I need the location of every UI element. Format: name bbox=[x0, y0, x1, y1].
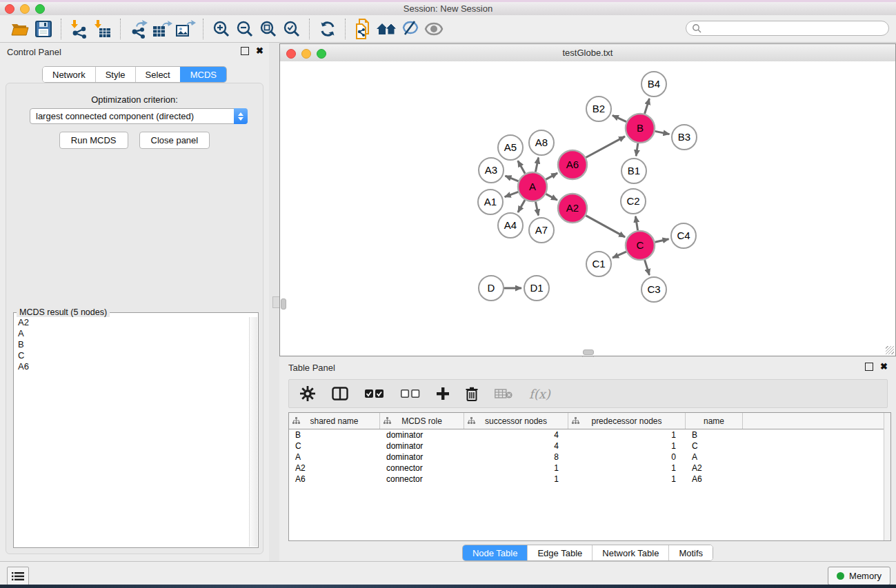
hide-labels-icon[interactable] bbox=[399, 18, 422, 40]
table-cell[interactable]: 1 bbox=[568, 463, 686, 474]
graph-node-C1[interactable]: C1 bbox=[586, 252, 611, 276]
column-header-successor-nodes[interactable]: successor nodes bbox=[464, 413, 568, 429]
network-vertical-scrollbar[interactable] bbox=[281, 298, 286, 310]
tab-mcds[interactable]: MCDS bbox=[180, 67, 226, 82]
graph-node-D1[interactable]: D1 bbox=[524, 276, 549, 301]
mcds-result-item[interactable]: A6 bbox=[14, 361, 250, 372]
table-row[interactable]: A6connector11A6 bbox=[289, 474, 890, 485]
table-scrollbar[interactable] bbox=[884, 413, 890, 540]
table-cell[interactable]: 4 bbox=[464, 429, 568, 440]
tab-select[interactable]: Select bbox=[135, 67, 180, 82]
task-history-button[interactable] bbox=[7, 567, 29, 586]
graph-node-B2[interactable]: B2 bbox=[586, 97, 611, 121]
table-cell[interactable]: B bbox=[289, 429, 380, 440]
table-cell[interactable]: 1 bbox=[568, 429, 686, 440]
add-column-icon[interactable] bbox=[437, 387, 449, 400]
mcds-result-item[interactable]: A2 bbox=[14, 317, 250, 328]
show-column-icon[interactable] bbox=[332, 387, 348, 401]
table-cell[interactable]: dominator bbox=[380, 429, 464, 440]
zoom-in-icon[interactable] bbox=[210, 18, 233, 40]
tab-motifs[interactable]: Motifs bbox=[668, 545, 713, 560]
tab-node-table[interactable]: Node Table bbox=[463, 545, 528, 560]
network-horizontal-scrollbar[interactable] bbox=[583, 349, 594, 355]
graph-node-A8[interactable]: A8 bbox=[529, 130, 554, 155]
column-header-MCDS-role[interactable]: MCDS role bbox=[380, 413, 464, 429]
table-cell[interactable]: C bbox=[686, 440, 743, 452]
float-panel-icon[interactable] bbox=[241, 47, 249, 55]
export-table-icon[interactable] bbox=[150, 18, 174, 40]
table-cell[interactable]: 1 bbox=[568, 440, 686, 452]
graph-node-D[interactable]: D bbox=[479, 276, 504, 301]
graph-node-A5[interactable]: A5 bbox=[498, 135, 523, 160]
table-cell[interactable]: A2 bbox=[289, 463, 380, 474]
select-all-checkboxes-icon[interactable] bbox=[365, 389, 384, 398]
node-table[interactable]: shared nameMCDS rolesuccessor nodesprede… bbox=[288, 412, 891, 541]
graph-node-C3[interactable]: C3 bbox=[641, 277, 666, 302]
export-image-icon[interactable] bbox=[174, 18, 197, 40]
criterion-dropdown[interactable]: largest connected component (directed) bbox=[30, 108, 248, 124]
table-cell[interactable]: A2 bbox=[686, 463, 743, 474]
table-options-gear-icon[interactable] bbox=[300, 386, 315, 401]
delete-column-trash-icon[interactable] bbox=[466, 387, 478, 401]
export-network-icon[interactable] bbox=[127, 18, 150, 40]
table-cell[interactable]: C bbox=[289, 440, 380, 452]
table-row[interactable]: A2connector11A2 bbox=[289, 463, 890, 474]
graph-node-A7[interactable]: A7 bbox=[529, 218, 554, 243]
first-neighbors-icon[interactable] bbox=[375, 18, 399, 40]
refresh-layout-icon[interactable] bbox=[316, 18, 339, 40]
table-cell[interactable]: A6 bbox=[686, 474, 743, 485]
graph-node-A4[interactable]: A4 bbox=[498, 213, 523, 238]
close-panel-button[interactable]: Close panel bbox=[139, 132, 210, 149]
new-network-from-selection-icon[interactable] bbox=[352, 18, 375, 40]
save-session-icon[interactable] bbox=[32, 18, 55, 40]
column-header-predecessor-nodes[interactable]: predecessor nodes bbox=[568, 413, 686, 429]
table-cell[interactable]: A bbox=[289, 452, 380, 463]
mcds-result-item[interactable]: A bbox=[14, 328, 250, 339]
graph-node-A3[interactable]: A3 bbox=[479, 158, 504, 183]
graph-node-C2[interactable]: C2 bbox=[621, 189, 646, 214]
toggle-graphics-details-icon[interactable] bbox=[422, 18, 446, 40]
zoom-selected-icon[interactable] bbox=[280, 18, 303, 40]
memory-button[interactable]: Memory bbox=[828, 567, 890, 585]
graph-node-B3[interactable]: B3 bbox=[672, 125, 697, 150]
mcds-result-item[interactable]: C bbox=[14, 350, 250, 361]
table-float-panel-icon[interactable] bbox=[865, 363, 873, 371]
close-panel-icon[interactable]: ✖ bbox=[256, 48, 263, 54]
table-cell[interactable]: A bbox=[686, 452, 743, 463]
table-close-panel-icon[interactable]: ✖ bbox=[880, 363, 888, 370]
network-canvas[interactable]: AA1A2A3A4A5A6A7A8BB1B2B3B4CC1C2C3C4DD1 bbox=[280, 61, 895, 356]
graph-node-B1[interactable]: B1 bbox=[621, 159, 646, 183]
table-cell[interactable]: B bbox=[686, 429, 743, 440]
graph-node-A[interactable]: A bbox=[518, 172, 547, 201]
table-cell[interactable]: 1 bbox=[568, 474, 686, 485]
tab-network[interactable]: Network bbox=[43, 67, 95, 82]
graph-node-B[interactable]: B bbox=[626, 114, 655, 143]
table-cell[interactable]: 4 bbox=[464, 440, 568, 452]
graph-node-A2[interactable]: A2 bbox=[558, 194, 587, 223]
graph-node-B4[interactable]: B4 bbox=[641, 72, 666, 97]
table-cell[interactable]: 0 bbox=[568, 452, 686, 463]
search-box[interactable] bbox=[686, 21, 889, 36]
search-input[interactable] bbox=[705, 23, 888, 34]
mcds-result-scrollbar[interactable] bbox=[249, 317, 257, 547]
graph-node-A1[interactable]: A1 bbox=[478, 190, 503, 214]
window-resize-grip[interactable] bbox=[886, 346, 894, 354]
table-cell[interactable]: dominator bbox=[380, 440, 464, 452]
table-cell[interactable]: connector bbox=[380, 463, 464, 474]
table-cell[interactable]: A6 bbox=[289, 474, 380, 485]
tab-edge-table[interactable]: Edge Table bbox=[527, 545, 592, 560]
table-cell[interactable]: dominator bbox=[380, 452, 464, 463]
network-window-titlebar[interactable]: testGlobe.txt bbox=[280, 44, 895, 62]
graph-node-C[interactable]: C bbox=[626, 231, 655, 260]
table-row[interactable]: Cdominator41C bbox=[289, 440, 890, 452]
tab-style[interactable]: Style bbox=[95, 67, 135, 82]
open-file-icon[interactable] bbox=[8, 18, 32, 40]
import-table-icon[interactable] bbox=[91, 18, 115, 40]
table-row[interactable]: Adominator80A bbox=[289, 452, 890, 463]
deselect-all-checkboxes-icon[interactable] bbox=[401, 389, 420, 398]
column-header-name[interactable]: name bbox=[686, 413, 743, 429]
mcds-result-item[interactable]: B bbox=[14, 339, 250, 350]
tab-network-table[interactable]: Network Table bbox=[592, 545, 668, 560]
mcds-result-list[interactable]: A2ABCA6 bbox=[14, 317, 250, 547]
run-mcds-button[interactable]: Run MCDS bbox=[59, 132, 128, 149]
